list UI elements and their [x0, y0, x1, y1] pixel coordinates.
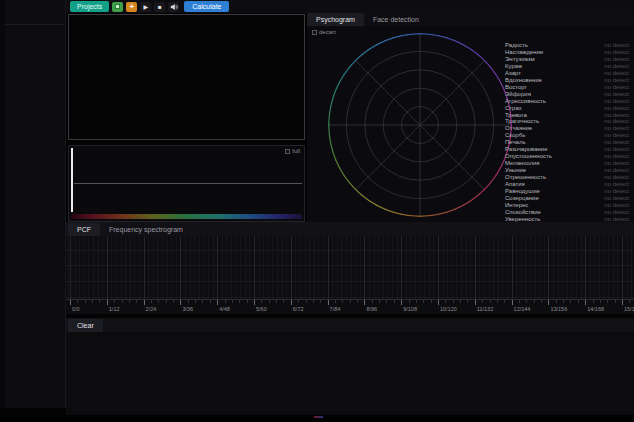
emotion-value: no detect — [604, 70, 629, 76]
axis-label: 7/84 — [330, 306, 341, 312]
emotion-row: Спокойствиеno detect — [505, 209, 629, 215]
emotion-name: Энтузиазм — [505, 56, 535, 62]
emotion-value: no detect — [604, 49, 629, 55]
tab-psychogram[interactable]: Psychogram — [307, 13, 364, 26]
emotion-name: Разочарование — [505, 146, 548, 152]
spectrogram-grid[interactable] — [66, 236, 634, 300]
psychogram-polar-chart — [328, 33, 512, 217]
emotion-value: no detect — [604, 63, 629, 69]
emotion-value: no detect — [604, 132, 629, 138]
axis-tick — [548, 300, 549, 305]
emotion-name: Радость — [505, 42, 528, 48]
tab-frequency-spectrogram[interactable]: Frequency spectrogram — [100, 223, 192, 236]
emotion-row: Уныниеno detect — [505, 167, 629, 173]
emotion-name: Равнодушие — [505, 188, 540, 194]
decart-checkbox[interactable] — [312, 30, 317, 35]
emotion-value: no detect — [604, 181, 629, 187]
clear-bar: Clear — [66, 318, 634, 332]
axis-tick — [217, 300, 218, 305]
axis-label: 9/108 — [403, 306, 417, 312]
axis-label: 8/96 — [366, 306, 377, 312]
emotion-name: Вдохновение — [505, 77, 542, 83]
stop-icon: ■ — [158, 4, 162, 10]
axis-label: 13/156 — [550, 306, 567, 312]
emotion-name: Печаль — [505, 139, 526, 145]
emotion-row: Печальno detect — [505, 139, 629, 145]
left-sidebar — [0, 0, 66, 408]
emotion-row: Радостьno detect — [505, 42, 629, 48]
emotion-row: Эйфорияno detect — [505, 91, 629, 97]
emotion-value: no detect — [604, 139, 629, 145]
emotion-value: no detect — [604, 146, 629, 152]
video-preview — [68, 14, 305, 140]
emotion-name: Апатия — [505, 181, 525, 187]
calculate-button[interactable]: Calculate — [184, 1, 229, 12]
sound-button[interactable] — [168, 2, 179, 12]
emotion-value: no detect — [604, 160, 629, 166]
axis-label: 10/120 — [440, 306, 457, 312]
app-window: Projects + ▶ ■ Calculate full Psychogram… — [0, 0, 634, 422]
emotion-value: no detect — [604, 56, 629, 62]
psychogram-body: decart — [307, 26, 634, 225]
open-project-button[interactable] — [112, 2, 123, 12]
emotion-row: Наслаждениеno detect — [505, 49, 629, 55]
psychogram-panel: Psychogram Face detection decart — [307, 12, 634, 225]
add-button[interactable]: + — [126, 2, 137, 12]
full-checkbox[interactable] — [285, 149, 290, 154]
emotion-value: no detect — [604, 91, 629, 97]
emotion-value: no detect — [604, 202, 629, 208]
axis-label: 1/12 — [109, 306, 120, 312]
playhead-cursor[interactable] — [71, 148, 73, 212]
emotion-name: Уверенность — [505, 216, 540, 222]
axis-tick — [328, 300, 329, 305]
axis-tick — [180, 300, 181, 305]
axis-label: 2/24 — [146, 306, 157, 312]
axis-tick — [70, 300, 71, 305]
axis-tick — [438, 300, 439, 305]
tab-face-detection[interactable]: Face detection — [364, 13, 428, 26]
waveform-zero-line — [74, 183, 302, 184]
emotion-row: Куражno detect — [505, 63, 629, 69]
full-toggle[interactable]: full — [285, 148, 300, 154]
emotion-row: Азартno detect — [505, 70, 629, 76]
axis-label: 6/72 — [293, 306, 304, 312]
emotion-value: no detect — [604, 209, 629, 215]
axis-tick — [364, 300, 365, 305]
emotion-value: no detect — [604, 125, 629, 131]
waveform-panel: full — [68, 145, 305, 222]
projects-button[interactable]: Projects — [70, 1, 109, 12]
axis-label: 0/0 — [72, 306, 80, 312]
emotion-row: Интересno detect — [505, 202, 629, 208]
emotion-value: no detect — [604, 118, 629, 124]
emotion-name: Страх — [505, 105, 522, 111]
emotion-value: no detect — [604, 42, 629, 48]
psychogram-tabbar: Psychogram Face detection — [307, 12, 634, 26]
axis-tick — [475, 300, 476, 305]
emotion-row: Тревогаno detect — [505, 112, 629, 118]
emotion-row: Апатияno detect — [505, 181, 629, 187]
emotion-row: Разочарованиеno detect — [505, 146, 629, 152]
axis-tick — [401, 300, 402, 305]
tab-pcf[interactable]: PCF — [68, 223, 100, 236]
emotion-row: Скорбьno detect — [505, 132, 629, 138]
play-button[interactable]: ▶ — [140, 2, 151, 12]
emotion-name: Отрешенность — [505, 174, 546, 180]
emotion-name: Опустошенность — [505, 153, 552, 159]
emotion-row: Энтузиазмno detect — [505, 56, 629, 62]
stop-button[interactable]: ■ — [154, 2, 165, 12]
emotion-row: Равнодушиеno detect — [505, 188, 629, 194]
emotion-value: no detect — [604, 174, 629, 180]
emotion-row: Опустошенностьno detect — [505, 153, 629, 159]
axis-tick — [585, 300, 586, 305]
square-icon — [115, 4, 120, 9]
emotion-row: Восторгno detect — [505, 84, 629, 90]
sidebar-edge-strip — [0, 0, 5, 408]
clear-button[interactable]: Clear — [68, 319, 103, 332]
axis-label: 5/60 — [256, 306, 267, 312]
spectrogram-tabbar: PCF Frequency spectrogram — [66, 222, 634, 236]
emotion-value: no detect — [604, 77, 629, 83]
emotion-name: Трагичность — [505, 118, 539, 124]
play-icon: ▶ — [143, 4, 148, 10]
emotion-row: Отрешенностьno detect — [505, 174, 629, 180]
full-label: full — [292, 148, 300, 154]
